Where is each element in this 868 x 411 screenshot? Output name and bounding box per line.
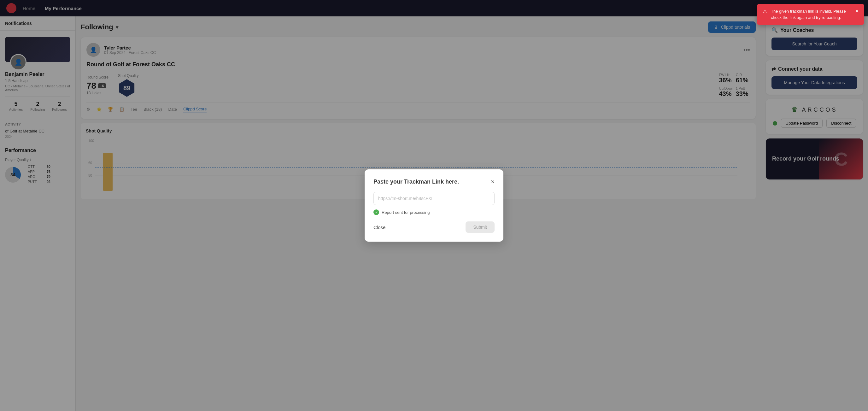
success-text: Report sent for processing bbox=[382, 210, 430, 215]
modal-submit-button[interactable]: Submit bbox=[466, 221, 495, 233]
modal-close-x-button[interactable]: × bbox=[491, 178, 495, 186]
modal-footer: Close Submit bbox=[373, 221, 495, 233]
trackman-modal: Paste your Trackman Link here. × ✓ Repor… bbox=[365, 169, 503, 242]
trackman-link-input[interactable] bbox=[373, 192, 495, 205]
modal-title: Paste your Trackman Link here. bbox=[373, 179, 459, 185]
error-toast: ⚠ The given trackman link is invalid. Pl… bbox=[757, 4, 864, 25]
modal-close-button[interactable]: Close bbox=[373, 225, 385, 230]
modal-success-message: ✓ Report sent for processing bbox=[373, 210, 495, 215]
toast-close-button[interactable]: × bbox=[855, 8, 859, 14]
toast-message: The given trackman link is invalid. Plea… bbox=[771, 8, 851, 21]
modal-overlay[interactable]: Paste your Trackman Link here. × ✓ Repor… bbox=[0, 0, 868, 411]
modal-header: Paste your Trackman Link here. × bbox=[373, 178, 495, 186]
warning-icon: ⚠ bbox=[763, 8, 767, 14]
success-check-icon: ✓ bbox=[373, 210, 379, 215]
